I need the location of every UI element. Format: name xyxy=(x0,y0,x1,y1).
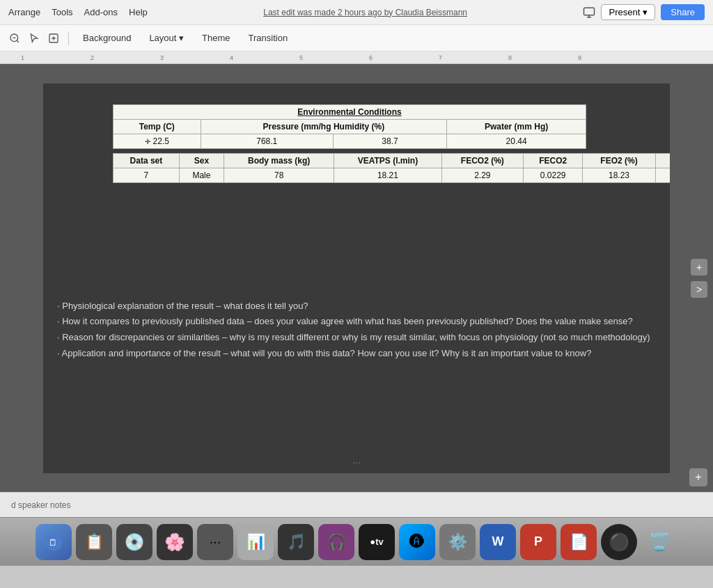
monitor-icon xyxy=(583,6,595,19)
slide-controls: + > xyxy=(691,259,707,298)
menu-bar: Arrange Tools Add-ons Help xyxy=(8,7,148,17)
add-slide-icon[interactable] xyxy=(46,31,61,46)
scroll-down-button[interactable]: > xyxy=(691,281,707,298)
bullet-4: · Application and importance of the resu… xyxy=(57,347,656,361)
ruler-mark-1: 1 xyxy=(21,54,24,61)
top-bar-actions: Present ▾ Share xyxy=(583,4,705,20)
env-col-temp: Temp (C) xyxy=(113,119,201,134)
separator xyxy=(68,31,69,45)
theme-button[interactable]: Theme xyxy=(195,31,237,45)
data-col-bodymass: Body mass (kg) xyxy=(224,153,334,168)
data-col-feco2pct: FECO2 (%) xyxy=(441,153,524,168)
data-col-feo2: FEO2 xyxy=(655,153,670,168)
data-val-feo2: 0.1823 xyxy=(655,168,670,182)
env-val-pressure: 768.1 xyxy=(201,134,333,148)
menu-help[interactable]: Help xyxy=(129,7,148,17)
dock: 🗒 📋 💿 🌸 ··· 📊 🎵 🎧 ●tv 🅐 ⚙️ W P xyxy=(0,517,713,566)
data-col-dataset: Data set xyxy=(113,153,180,168)
dock-settings[interactable]: ⚙️ xyxy=(439,524,476,560)
edit-info: Last edit was made 2 hours ago by Claudi… xyxy=(263,8,467,17)
data-table: Data set Sex Body mass (kg) VEATPS (l.mi… xyxy=(113,153,670,183)
svg-text:🗒: 🗒 xyxy=(49,537,58,547)
dock-notes[interactable]: 📋 xyxy=(76,524,112,560)
env-val-temp: ✛22.5 xyxy=(113,134,201,148)
slide[interactable]: Environmental Conditions Temp (C) Pressu… xyxy=(43,84,670,473)
transition-button[interactable]: Transition xyxy=(242,31,295,45)
dock-powerpoint[interactable]: P xyxy=(520,524,556,560)
data-val-feo2pct: 18.23 xyxy=(583,168,656,182)
cursor-icon[interactable] xyxy=(26,31,42,46)
toolbar: Background Layout ▾ Theme Transition xyxy=(0,25,713,51)
ruler-mark-2: 2 xyxy=(91,54,94,61)
dock-more[interactable]: ··· xyxy=(197,524,233,560)
dock-appstore[interactable]: 🅐 xyxy=(399,524,435,560)
data-val-veatps: 18.21 xyxy=(334,168,441,182)
data-val-dataset: 7 xyxy=(113,168,180,182)
data-col-feo2pct: FEO2 (%) xyxy=(583,153,656,168)
speaker-notes-text: d speaker notes xyxy=(11,500,70,510)
dock-disc[interactable]: 💿 xyxy=(116,524,152,560)
data-val-bodymass: 78 xyxy=(224,168,334,182)
bullet-2: · How it compares to previously publishe… xyxy=(57,315,656,329)
env-conditions-table: Environmental Conditions Temp (C) Pressu… xyxy=(113,104,586,149)
dock-trash[interactable]: 🗑️ xyxy=(641,524,677,560)
chevron-down-icon: ▾ xyxy=(643,7,648,17)
slide-dots: ··· xyxy=(352,456,361,468)
dock-appletv[interactable]: ●tv xyxy=(359,524,395,560)
bullet-1: · Physiological explanation of the resul… xyxy=(57,299,656,314)
menu-addons[interactable]: Add-ons xyxy=(84,7,118,17)
data-val-sex: Male xyxy=(179,168,224,182)
dock-finder[interactable]: 🗒 xyxy=(36,524,72,560)
ruler-mark-6: 6 xyxy=(369,54,373,61)
menu-tools[interactable]: Tools xyxy=(52,7,72,17)
data-col-feco2: FECO2 xyxy=(524,153,583,168)
bullet-3: · Reason for discrepancies or similariti… xyxy=(57,331,656,345)
menu-arrange[interactable]: Arrange xyxy=(8,7,40,17)
ruler-mark-4: 4 xyxy=(230,54,233,61)
ruler-mark-3: 3 xyxy=(160,54,164,61)
ruler-mark-7: 7 xyxy=(439,54,442,61)
speaker-notes[interactable]: d speaker notes xyxy=(0,492,713,517)
env-col-pwater: Pwater (mm Hg) xyxy=(447,119,586,134)
dock-music[interactable]: 🎵 xyxy=(278,524,314,560)
present-button[interactable]: Present ▾ xyxy=(601,4,655,20)
add-button[interactable]: + xyxy=(689,468,707,486)
scroll-up-button[interactable]: + xyxy=(691,259,707,276)
data-col-veatps: VEATPS (l.min) xyxy=(334,153,441,168)
dock-presentation[interactable]: 📊 xyxy=(237,524,274,560)
ruler-mark-8: 8 xyxy=(508,54,512,61)
svg-rect-0 xyxy=(584,8,595,15)
env-val-pwater: 20.44 xyxy=(447,134,586,148)
data-val-feco2: 0.0229 xyxy=(524,168,583,182)
bullet-text: · Physiological explanation of the resul… xyxy=(57,299,656,363)
ruler-mark-5: 5 xyxy=(299,54,303,61)
table-container: Environmental Conditions Temp (C) Pressu… xyxy=(113,104,628,183)
share-button[interactable]: Share xyxy=(661,4,705,20)
top-bar: Arrange Tools Add-ons Help Last edit was… xyxy=(0,0,713,25)
data-val-feco2pct: 2.29 xyxy=(441,168,524,182)
zoom-out-icon[interactable] xyxy=(7,31,22,46)
dock-flower[interactable]: 🌸 xyxy=(157,524,193,560)
ruler-mark-9: 9 xyxy=(578,54,581,61)
background-button[interactable]: Background xyxy=(76,31,138,45)
ruler: 1 2 3 4 5 6 7 8 9 xyxy=(0,51,713,64)
layout-button[interactable]: Layout ▾ xyxy=(142,31,191,45)
dock-acrobat[interactable]: 📄 xyxy=(561,524,597,560)
env-val-humidity: 38.7 xyxy=(333,134,446,148)
env-col-pressure: Pressure (mm/hg Humidity (%) xyxy=(201,119,447,134)
env-table-title: Environmental Conditions xyxy=(113,104,586,119)
dock-word[interactable]: W xyxy=(480,524,516,560)
dock-browser[interactable]: ⚫ xyxy=(601,524,637,560)
slide-area: Environmental Conditions Temp (C) Pressu… xyxy=(0,64,713,492)
dock-podcast[interactable]: 🎧 xyxy=(318,524,354,560)
data-col-sex: Sex xyxy=(179,153,224,168)
